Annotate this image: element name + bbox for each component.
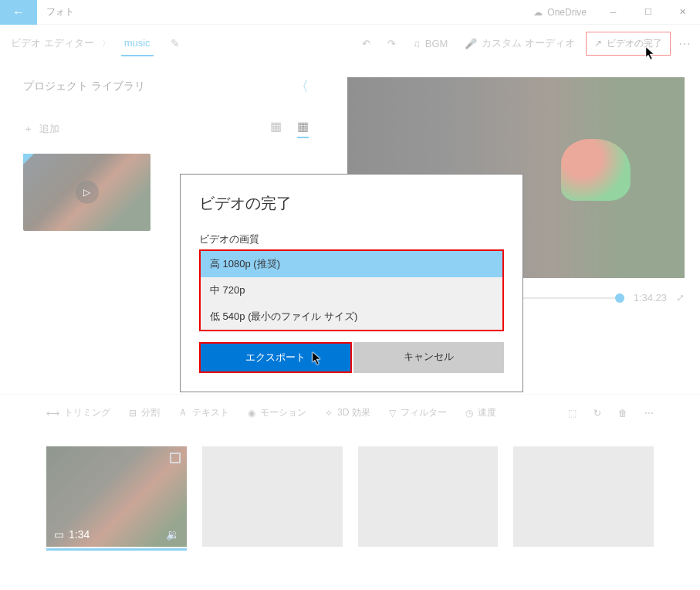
library-collapse-button[interactable]: 〈 bbox=[295, 77, 309, 96]
delete-icon[interactable]: 🗑 bbox=[618, 408, 627, 419]
clip-select-checkbox[interactable] bbox=[170, 453, 181, 463]
motion-button[interactable]: ◉モーション bbox=[248, 406, 306, 419]
edit-toolbar: ⟷トリミング ⊟分割 Ａテキスト ◉モーション ✧3D 効果 ▽フィルター ◷速… bbox=[0, 394, 700, 431]
cursor-icon bbox=[645, 46, 658, 62]
storyboard-empty-slot[interactable] bbox=[513, 446, 654, 547]
grid-small-icon[interactable]: ▦ bbox=[270, 119, 282, 138]
gauge-icon: ◷ bbox=[465, 408, 473, 419]
close-button[interactable]: ✕ bbox=[665, 0, 700, 25]
quality-option-high[interactable]: 高 1080p (推奨) bbox=[201, 251, 502, 277]
sparkle-icon: ✧ bbox=[325, 408, 333, 419]
custom-audio-button[interactable]: 🎤カスタム オーディオ bbox=[465, 36, 575, 50]
quality-label: ビデオの画質 bbox=[199, 232, 504, 246]
fullscreen-icon[interactable]: ⤢ bbox=[676, 292, 685, 303]
split-icon: ⊟ bbox=[129, 408, 137, 419]
quality-option-low[interactable]: 低 540p (最小のファイル サイズ) bbox=[201, 303, 502, 330]
edit-icon[interactable]: ✎ bbox=[171, 37, 180, 49]
redo-button[interactable]: ↷ bbox=[387, 38, 396, 49]
play-icon: ▷ bbox=[76, 181, 99, 204]
trim-icon: ⟷ bbox=[46, 408, 59, 419]
breadcrumb-sep: 〉 bbox=[102, 38, 110, 49]
text-button[interactable]: Ａテキスト bbox=[178, 406, 229, 419]
bgm-button[interactable]: ♫BGM bbox=[413, 38, 448, 49]
onedrive-link[interactable]: ☁ OneDrive bbox=[524, 7, 596, 18]
storyboard-clip[interactable]: ▭ 1:34 🔉 bbox=[46, 446, 187, 547]
dialog-title: ビデオの完了 bbox=[199, 193, 504, 214]
motion-icon: ◉ bbox=[248, 408, 255, 419]
library-title: プロジェクト ライブラリ bbox=[23, 80, 145, 93]
more-icon[interactable]: ⋯ bbox=[644, 408, 654, 419]
video-content bbox=[561, 139, 631, 201]
undo-button[interactable]: ↶ bbox=[362, 38, 370, 49]
onedrive-label: OneDrive bbox=[547, 7, 587, 18]
add-media-button[interactable]: ＋ 追加 bbox=[23, 122, 59, 136]
clip-icon: ▭ bbox=[54, 528, 64, 541]
title-bar: ← フォト ☁ OneDrive ─ ☐ ✕ bbox=[0, 0, 700, 25]
export-dialog: ビデオの完了 ビデオの画質 高 1080p (推奨) 中 720p 低 540p… bbox=[180, 174, 523, 392]
crop-icon[interactable]: ⬚ bbox=[568, 408, 577, 419]
filter-button[interactable]: ▽フィルター bbox=[389, 406, 447, 419]
clip-duration: ▭ 1:34 bbox=[54, 528, 90, 541]
back-button[interactable]: ← bbox=[0, 0, 37, 25]
3d-effects-button[interactable]: ✧3D 効果 bbox=[325, 406, 370, 419]
cloud-icon: ☁ bbox=[533, 7, 543, 18]
quality-list: 高 1080p (推奨) 中 720p 低 540p (最小のファイル サイズ) bbox=[199, 249, 504, 331]
audio-icon: 🎤 bbox=[465, 38, 477, 49]
split-button[interactable]: ⊟分割 bbox=[129, 406, 160, 419]
export-icon: ↗ bbox=[594, 38, 602, 49]
window-controls: ─ ☐ ✕ bbox=[596, 0, 700, 25]
add-label: 追加 bbox=[39, 122, 59, 136]
finish-video-button[interactable]: ↗ ビデオの完了 bbox=[586, 32, 671, 56]
music-icon: ♫ bbox=[413, 38, 421, 49]
storyboard-empty-slot[interactable] bbox=[202, 446, 343, 547]
text-icon: Ａ bbox=[178, 406, 188, 419]
speed-button[interactable]: ◷速度 bbox=[465, 406, 496, 419]
toolbar: ビデオ エディター 〉 music ✎ ↶ ↷ ♫BGM 🎤カスタム オーディオ… bbox=[0, 25, 700, 62]
storyboard: ▭ 1:34 🔉 bbox=[0, 431, 700, 562]
breadcrumb-project[interactable]: music bbox=[121, 31, 154, 56]
cancel-button[interactable]: キャンセル bbox=[353, 342, 505, 373]
trim-button[interactable]: ⟷トリミング bbox=[46, 406, 110, 419]
app-title: フォト bbox=[46, 5, 74, 19]
grid-large-icon[interactable]: ▦ bbox=[297, 119, 309, 138]
duration-label: 1:34.23 bbox=[634, 292, 667, 303]
filter-icon: ▽ bbox=[389, 408, 396, 419]
rotate-icon[interactable]: ↻ bbox=[593, 408, 601, 419]
storyboard-empty-slot[interactable] bbox=[358, 446, 499, 547]
volume-icon[interactable]: 🔉 bbox=[166, 528, 179, 541]
library-thumbnail[interactable]: ▷ bbox=[23, 154, 150, 231]
breadcrumb-root[interactable]: ビデオ エディター bbox=[8, 30, 97, 56]
more-button[interactable]: ⋯ bbox=[678, 36, 692, 51]
plus-icon: ＋ bbox=[23, 122, 33, 136]
export-button[interactable]: エクスポート bbox=[199, 342, 352, 373]
quality-option-mid[interactable]: 中 720p bbox=[201, 277, 502, 303]
minimize-button[interactable]: ─ bbox=[596, 0, 631, 25]
cursor-icon bbox=[312, 351, 324, 367]
maximize-button[interactable]: ☐ bbox=[631, 0, 665, 25]
playhead[interactable] bbox=[615, 293, 624, 303]
